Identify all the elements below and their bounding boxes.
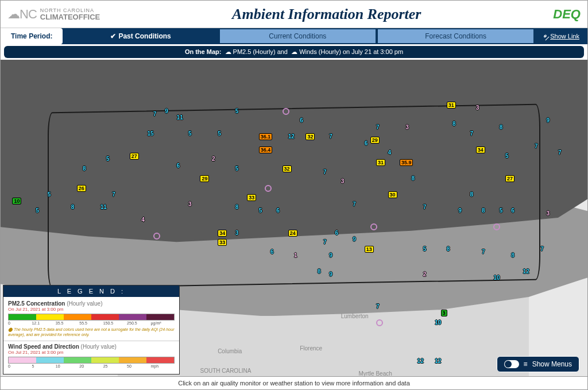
map-marker[interactable]: 5 (259, 207, 262, 214)
map-marker[interactable]: 6 (335, 230, 339, 236)
map-marker[interactable]: 36.1 (259, 133, 273, 140)
map-marker[interactable]: 2 (423, 271, 427, 277)
map-marker[interactable]: 7 (353, 201, 356, 207)
map-marker[interactable]: 9 (329, 252, 332, 258)
map-marker[interactable]: 9 (546, 117, 550, 123)
map-marker[interactable]: 8 (71, 204, 75, 210)
map-marker[interactable]: 4 (388, 149, 392, 156)
map-marker[interactable]: 4 (141, 217, 145, 223)
map-marker[interactable]: 33 (247, 194, 256, 201)
map-marker[interactable]: 12 (288, 133, 295, 140)
map-marker[interactable]: 7 (376, 303, 380, 310)
map-marker[interactable]: 8 (318, 268, 321, 275)
map-marker[interactable]: 31 (447, 102, 456, 109)
map-marker[interactable]: 26 (77, 185, 86, 192)
map-marker[interactable]: 7 (323, 169, 327, 175)
map-marker[interactable]: 30 (388, 191, 397, 198)
map-marker[interactable]: 29 (370, 137, 380, 144)
map-marker[interactable]: 8 (511, 252, 514, 258)
map-marker[interactable]: 15 (148, 130, 154, 137)
show-link-button[interactable]: ⚭Show Link (535, 33, 587, 40)
map-marker[interactable]: 7 (376, 124, 380, 130)
map-marker[interactable]: 5 (188, 130, 192, 137)
map-marker[interactable]: 10 (493, 275, 500, 281)
map-marker[interactable]: 6 (300, 117, 303, 123)
map-marker[interactable]: 34 (218, 230, 227, 237)
map-marker[interactable]: 5 (218, 130, 221, 137)
map-marker[interactable]: 5 (423, 246, 427, 252)
map-marker[interactable]: 8 (500, 124, 503, 130)
map-marker[interactable]: 3 (476, 105, 479, 111)
map-marker[interactable]: 3 (235, 230, 239, 236)
map-marker[interactable]: 9 (329, 271, 332, 277)
map-marker[interactable]: 32 (305, 133, 315, 140)
map-marker[interactable]: 34 (476, 146, 485, 153)
map-marker[interactable]: 5 (36, 207, 39, 214)
map-marker[interactable]: 8 (235, 204, 239, 210)
show-menus-button[interactable]: ≡ Show Menus (497, 356, 579, 372)
map-marker[interactable]: 7 (540, 246, 544, 252)
map-marker[interactable]: 9 (458, 207, 462, 214)
map-marker[interactable]: 9 (165, 108, 168, 114)
map-marker[interactable]: 36.4 (259, 146, 273, 153)
map-marker[interactable]: 12 (417, 358, 424, 364)
map-marker[interactable]: 12 (435, 358, 441, 364)
map-marker[interactable] (370, 223, 377, 230)
map-marker[interactable]: 31 (376, 159, 385, 166)
map-marker[interactable]: 6 (365, 140, 368, 146)
tab-forecast-conditions[interactable]: Forecast Conditions (378, 29, 533, 43)
map-marker[interactable]: 5 (235, 108, 239, 114)
map-marker[interactable]: 7 (558, 149, 562, 156)
map-marker[interactable] (376, 319, 383, 326)
map-marker[interactable]: 6 (511, 207, 514, 214)
map-canvas[interactable]: L E G E N D : PM2.5 Concentration (Hourl… (1, 60, 587, 380)
map-marker[interactable]: 5 (48, 191, 51, 198)
map-marker[interactable]: 3 (546, 210, 550, 217)
map-marker[interactable]: 3 (188, 201, 192, 207)
map-marker[interactable]: 8 (83, 165, 86, 172)
map-marker[interactable]: 8 (482, 207, 485, 214)
map-marker[interactable]: 10 (12, 198, 21, 204)
map-marker[interactable]: 8 (470, 191, 474, 198)
map-marker[interactable] (283, 108, 289, 115)
map-marker[interactable]: 11 (100, 204, 107, 210)
map-marker[interactable]: 35.9 (400, 159, 413, 166)
map-marker[interactable]: 7 (482, 249, 485, 255)
map-marker[interactable] (153, 233, 160, 240)
map-marker[interactable]: 5 (500, 207, 503, 214)
map-marker[interactable]: 27 (505, 175, 514, 182)
map-marker[interactable]: 27 (130, 153, 139, 160)
map-marker[interactable] (493, 223, 500, 230)
map-marker[interactable]: 8 (411, 175, 415, 182)
map-marker[interactable]: 32 (283, 165, 292, 172)
map-marker[interactable]: 33 (218, 239, 227, 246)
map-marker[interactable]: 7 (423, 204, 427, 210)
map-marker[interactable]: 7 (329, 133, 332, 140)
map-marker[interactable]: 7 (535, 143, 538, 149)
map-marker[interactable]: 3 (405, 124, 409, 130)
map-marker[interactable]: 12 (523, 268, 529, 275)
map-marker[interactable]: 3 (441, 310, 447, 316)
map-marker[interactable]: 29 (200, 175, 209, 182)
map-marker[interactable]: 1 (294, 252, 297, 258)
map-marker[interactable]: 6 (276, 207, 280, 214)
map-marker[interactable]: 5 (106, 156, 110, 162)
map-marker[interactable]: 11 (177, 114, 183, 121)
map-marker[interactable]: 24 (288, 230, 297, 237)
tab-current-conditions[interactable]: Current Conditions (220, 29, 376, 43)
map-marker[interactable]: 13 (365, 246, 374, 253)
map-marker[interactable]: 3 (341, 178, 345, 184)
map-marker[interactable]: 6 (270, 249, 274, 255)
map-marker[interactable]: 7 (470, 130, 474, 137)
map-marker[interactable]: 8 (447, 246, 450, 252)
map-marker[interactable] (265, 185, 272, 192)
map-marker[interactable]: 9 (353, 236, 356, 242)
map-marker[interactable]: 7 (153, 111, 157, 117)
tab-past-conditions[interactable]: ✔Past Conditions (63, 29, 218, 43)
map-marker[interactable]: 10 (435, 319, 441, 326)
map-marker[interactable]: 5 (505, 153, 509, 159)
map-marker[interactable]: 7 (112, 191, 115, 198)
map-marker[interactable]: 7 (323, 239, 327, 245)
map-marker[interactable]: 6 (177, 163, 180, 169)
map-marker[interactable]: 2 (212, 156, 215, 162)
